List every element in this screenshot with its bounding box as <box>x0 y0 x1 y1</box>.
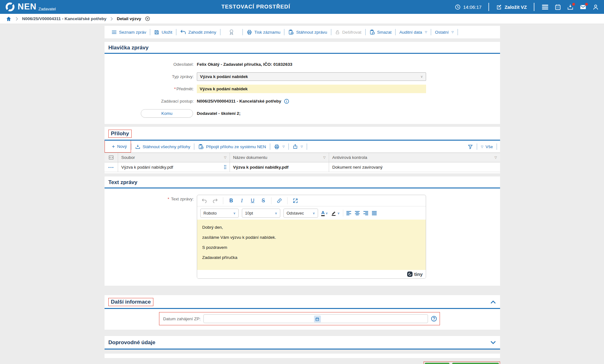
home-button[interactable] <box>6 16 12 22</box>
text-color-icon: A <box>321 210 325 216</box>
ostatni-button[interactable]: Ostatní▽ <box>431 30 457 35</box>
link-button[interactable] <box>276 198 282 204</box>
calendar-button[interactable] <box>555 4 561 10</box>
annotation-highlight: + Nový <box>105 141 131 153</box>
info-icon[interactable] <box>284 98 289 104</box>
divider <box>458 29 458 35</box>
italic-button[interactable]: I <box>239 198 245 204</box>
notification-dot <box>572 3 575 6</box>
row-menu-button[interactable]: ●●● <box>105 162 118 172</box>
align-justify-button[interactable] <box>372 211 377 216</box>
chevron-down-icon <box>490 340 496 345</box>
signature-seal-icon[interactable] <box>220 29 242 35</box>
profile-button[interactable] <box>592 4 599 10</box>
bold-button[interactable]: B <box>228 198 234 204</box>
typ-zpravy-select[interactable]: Výzva k podání nabídek ∨ <box>197 72 426 81</box>
nen-logo[interactable]: NEN Zadavatel <box>5 2 56 12</box>
column-settings-button[interactable] <box>105 153 118 162</box>
filter-triangle-icon[interactable]: ▽ <box>323 156 326 159</box>
font-size-select[interactable]: 10pt∨ <box>242 209 280 218</box>
divider <box>307 143 307 150</box>
nen-logo-icon <box>5 2 15 12</box>
pripojit-prilohu-button[interactable]: Připojit přílohu ze systému NEN <box>194 144 270 149</box>
print-attachments-button[interactable]: ▽ <box>270 144 288 149</box>
drag-handle-icon[interactable] <box>224 165 226 170</box>
dropdown-triangle-icon: ▽ <box>282 145 285 148</box>
align-center-button[interactable] <box>355 211 360 216</box>
zadavaci-postup-value: N006/25/V00004311 - Kancelářské potřeby <box>197 99 281 104</box>
divider <box>497 143 497 150</box>
menu-button[interactable] <box>541 4 549 10</box>
ulozit-button[interactable]: Uložit <box>150 30 176 35</box>
redo-icon[interactable] <box>212 198 218 203</box>
chevron-down-icon: ∨ <box>275 211 277 215</box>
document-download-icon <box>288 29 294 35</box>
desifrovat-button[interactable]: Dešifrovat <box>331 30 365 35</box>
stahnout-vsechny-prilohy-button[interactable]: Stáhnout všechny přílohy <box>131 144 194 149</box>
collapse-section-button[interactable] <box>490 300 496 304</box>
align-left-button[interactable] <box>346 211 352 216</box>
filter-triangle-icon[interactable]: ▽ <box>224 156 226 159</box>
top-header: NEN Zadavatel TESTOVACÍ PROSTŘEDÍ 14:06:… <box>0 0 604 14</box>
column-header-nazev[interactable]: Název dokumentu ▽ <box>230 153 329 162</box>
unlock-icon <box>335 30 340 35</box>
vse-filter-button[interactable]: ▽ Vše <box>477 144 497 149</box>
expand-section-button[interactable] <box>490 340 496 345</box>
datum-zahajeni-input[interactable] <box>203 314 428 323</box>
predmet-input[interactable] <box>197 85 426 93</box>
highlight-color-button[interactable]: ∨ <box>331 210 339 216</box>
editor-paragraph: Dobrý den, <box>202 225 421 230</box>
font-family-select[interactable]: Roboto∨ <box>200 209 239 218</box>
breadcrumb: N006/25/V00004311 - Kancelářské potřeby … <box>0 14 604 24</box>
breadcrumb-procedure[interactable]: N006/25/V00004311 - Kancelářské potřeby <box>22 16 106 21</box>
messages-button[interactable] <box>579 4 587 10</box>
column-header-antivir[interactable]: Antivirová kontrola ▽ <box>329 153 500 162</box>
row-datum-zahajeni: Datum zahájení ZP: <box>105 309 500 330</box>
filter-button[interactable] <box>464 144 477 149</box>
fullscreen-button[interactable] <box>293 198 298 204</box>
section-title: Hlavička zprávy <box>108 45 149 51</box>
strikethrough-button[interactable]: S <box>260 198 266 204</box>
odeslat-button[interactable]: Odeslat <box>425 363 450 364</box>
tiny-logo-text[interactable]: tiny <box>414 272 423 277</box>
underline-button[interactable]: U <box>250 198 255 204</box>
environment-title: TESTOVACÍ PROSTŘEDÍ <box>221 0 290 14</box>
table-row[interactable]: ●●● Výzva k podání nabídky.pdf Výzva k p… <box>105 162 500 172</box>
seznam-zprav-button[interactable]: Seznam zpráv <box>108 30 150 35</box>
edit-icon <box>496 4 502 10</box>
highlight-pen-icon <box>331 210 336 216</box>
text-color-button[interactable]: A ∨ <box>321 210 328 216</box>
tisk-zaznamu-button[interactable]: Tisk záznamu <box>243 30 284 35</box>
filter-triangle-icon[interactable]: ▽ <box>494 156 497 159</box>
clock-icon <box>455 4 461 10</box>
divider <box>534 3 534 11</box>
column-header-soubor[interactable]: Soubor ▽ <box>118 153 230 162</box>
section-prilohy: Přílohy + Nový Stáhnout všechny přílohy <box>105 127 500 173</box>
downloads-button[interactable] <box>567 4 574 10</box>
attachments-table: Soubor ▽ Název dokumentu ▽ Antivirová ko… <box>105 153 500 172</box>
zalozit-vz-button[interactable]: Založit VZ <box>496 4 527 10</box>
home-icon <box>6 16 12 22</box>
stahnout-zpravu-button[interactable]: Stáhnout zprávu <box>284 29 331 35</box>
align-right-button[interactable] <box>363 211 369 216</box>
brand-name: NEN <box>18 2 37 11</box>
auditni-data-button[interactable]: Auditní data▽ <box>396 30 431 35</box>
undo-icon[interactable] <box>202 198 207 203</box>
attachments-toolbar: + Nový Stáhnout všechny přílohy Připojit… <box>105 141 500 153</box>
smazat-button[interactable]: Smazat <box>366 29 396 35</box>
datepicker-button[interactable] <box>314 316 321 322</box>
block-format-select[interactable]: Odstavec∨ <box>283 209 318 218</box>
novy-button[interactable]: + Nový <box>108 144 131 149</box>
zahodit-zmeny-button[interactable]: Zahodit změny <box>176 30 220 35</box>
divider <box>223 197 223 204</box>
podepsat-a-odeslat-button[interactable]: Podepsat a odeslat <box>452 363 499 364</box>
komu-button[interactable]: Komu <box>141 109 193 118</box>
predmet-label: *Předmět: <box>105 87 197 91</box>
close-tab-button[interactable] <box>145 16 150 21</box>
export-attachments-button[interactable]: ▽ <box>289 144 307 149</box>
editor-content[interactable]: Dobrý den, zasíláme Vám výzvu k podání n… <box>197 220 426 270</box>
row-predmet: *Předmět: <box>105 83 500 95</box>
help-icon[interactable] <box>431 316 437 322</box>
cell-soubor[interactable]: Výzva k podání nabídky.pdf <box>121 165 173 170</box>
share-icon <box>293 144 298 149</box>
